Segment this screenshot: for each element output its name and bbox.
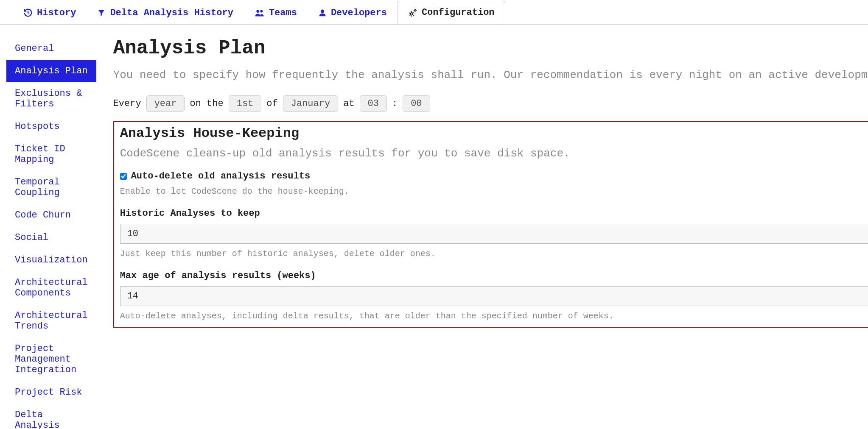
auto-delete-help: Enable to let CodeScene do the house-kee… [120, 187, 868, 196]
sidebar-item-ticket-id-mapping[interactable]: Ticket ID Mapping [6, 138, 96, 171]
main-layout: General Analysis Plan Exclusions & Filte… [0, 25, 868, 429]
tab-developers[interactable]: Developers [308, 1, 398, 24]
historic-label: Historic Analyses to keep [120, 208, 868, 219]
maxage-input[interactable] [120, 286, 868, 306]
tab-history[interactable]: History [13, 1, 87, 24]
svg-point-2 [321, 10, 324, 13]
schedule-every-label: Every [113, 98, 141, 109]
historic-input[interactable] [120, 224, 868, 244]
housekeeping-description: CodeScene cleans-up old analysis results… [120, 147, 868, 160]
schedule-of-label: of [266, 98, 277, 109]
sidebar-item-hotspots[interactable]: Hotspots [6, 115, 96, 138]
page-title: Analysis Plan [113, 37, 868, 59]
tab-configuration-label: Configuration [422, 7, 495, 18]
housekeeping-box: Analysis House-Keeping CodeScene cleans-… [113, 121, 868, 328]
tab-teams[interactable]: Teams [244, 1, 308, 24]
maxage-help: Auto-delete analyses, including delta re… [120, 311, 868, 321]
schedule-month-select[interactable]: January [283, 95, 338, 112]
tab-configuration[interactable]: Configuration [398, 1, 505, 24]
sidebar-item-social[interactable]: Social [6, 226, 96, 249]
sidebar-item-project-management-integration[interactable]: Project Management Integration [6, 337, 96, 381]
sidebar: General Analysis Plan Exclusions & Filte… [0, 33, 96, 429]
sidebar-item-exclusions-filters[interactable]: Exclusions & Filters [6, 82, 96, 115]
historic-help: Just keep this number of historic analys… [120, 249, 868, 259]
schedule-row: Every year on the 1st of January at 03 :… [113, 95, 868, 112]
svg-point-0 [256, 10, 259, 13]
schedule-day-select[interactable]: 1st [229, 95, 262, 112]
gears-icon [408, 8, 417, 17]
svg-point-3 [410, 13, 413, 15]
filter-icon [97, 8, 106, 17]
schedule-hour-select[interactable]: 03 [360, 95, 387, 112]
auto-delete-row: Auto-delete old analysis results [120, 171, 868, 181]
sidebar-item-delta-analysis[interactable]: Delta Analysis [6, 404, 96, 429]
tab-teams-label: Teams [269, 8, 297, 18]
auto-delete-label: Auto-delete old analysis results [131, 171, 310, 181]
user-icon [318, 8, 327, 17]
auto-delete-checkbox[interactable] [120, 173, 127, 180]
maxage-label: Max age of analysis results (weeks) [120, 270, 868, 281]
sidebar-item-temporal-coupling[interactable]: Temporal Coupling [6, 171, 96, 204]
housekeeping-title: Analysis House-Keeping [120, 125, 868, 141]
sidebar-item-visualization[interactable]: Visualization [6, 249, 96, 271]
sidebar-item-analysis-plan[interactable]: Analysis Plan [6, 60, 96, 82]
tab-bar: History Delta Analysis History Teams [0, 0, 868, 25]
tab-delta-analysis-history[interactable]: Delta Analysis History [87, 1, 244, 24]
sidebar-item-project-risk[interactable]: Project Risk [6, 381, 96, 404]
tab-history-label: History [37, 8, 76, 18]
main-content: Analysis Plan You need to specify how fr… [96, 33, 868, 429]
svg-point-1 [260, 10, 263, 13]
page-description: You need to specify how frequently the a… [113, 67, 868, 84]
users-icon [255, 8, 265, 17]
sidebar-item-architectural-trends[interactable]: Architectural Trends [6, 304, 96, 337]
schedule-at-label: at [343, 98, 354, 109]
sidebar-item-code-churn[interactable]: Code Churn [6, 204, 96, 226]
tab-delta-label: Delta Analysis History [110, 8, 233, 18]
schedule-colon: : [392, 98, 398, 109]
schedule-period-select[interactable]: year [146, 95, 185, 112]
svg-point-4 [414, 9, 416, 11]
sidebar-item-architectural-components[interactable]: Architectural Components [6, 271, 96, 304]
sidebar-item-general[interactable]: General [6, 37, 96, 60]
history-icon [23, 8, 33, 17]
tab-developers-label: Developers [331, 8, 387, 18]
schedule-onthe-label: on the [190, 98, 223, 109]
schedule-minute-select[interactable]: 00 [403, 95, 430, 112]
